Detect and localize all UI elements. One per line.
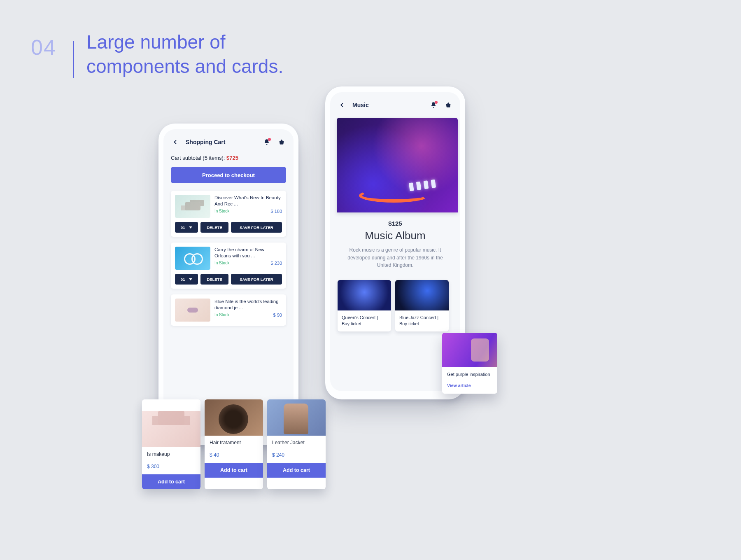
concert-card[interactable]: Queen's Concert | Buy ticket <box>338 280 391 332</box>
add-to-cart-button[interactable]: Add to cart <box>205 463 263 478</box>
section-title-line2: components and cards. <box>86 56 283 77</box>
cart-item-price: $ 90 <box>273 313 282 317</box>
notification-dot <box>435 101 438 104</box>
cart-item-thumb <box>175 195 210 218</box>
product-title: Leather Jacket <box>272 440 321 446</box>
music-price: $125 <box>338 220 453 227</box>
bell-icon[interactable] <box>429 100 438 110</box>
product-title: Hair tratament <box>210 440 258 446</box>
inspiration-thumb <box>442 333 497 367</box>
save-for-later-button[interactable]: SAVE FOR LATER <box>231 274 282 285</box>
cart-subtotal-text: Cart subtotal (5 items): <box>171 155 226 161</box>
cart-item-title: Blue Nile is the world's leading diamond… <box>214 299 282 311</box>
inspiration-link[interactable]: View article <box>447 383 492 388</box>
cart-subtotal: Cart subtotal (5 items): $725 <box>171 155 286 161</box>
cart-topbar: Shopping Cart <box>171 138 286 147</box>
cart-item-title: Carry the charm of New Orleans with you … <box>214 247 282 259</box>
delete-button[interactable]: DELETE <box>200 274 228 285</box>
phone-cart-screen: Shopping Cart Cart subtotal (5 items): $… <box>163 129 294 436</box>
back-icon[interactable] <box>338 100 347 110</box>
product-title: Is makeup <box>147 451 196 457</box>
concert-label: Blue Jazz Concert | Buy ticket <box>395 310 449 332</box>
back-icon[interactable] <box>171 138 180 147</box>
music-topbar: Music <box>338 100 453 110</box>
cart-header-title: Shopping Cart <box>186 139 225 145</box>
concert-thumb <box>395 280 449 310</box>
cart-item-stock: In Stock <box>214 261 229 266</box>
cart-item-price: $ 230 <box>270 261 282 266</box>
music-header-title: Music <box>352 102 369 108</box>
product-thumb <box>142 411 200 447</box>
product-price: $ 40 <box>210 452 258 458</box>
cart-item: Carry the charm of New Orleans with you … <box>171 243 286 289</box>
add-to-cart-button[interactable]: Add to cart <box>142 474 200 489</box>
phone-music-screen: Music $125 Music Album Rock music is a g… <box>330 92 460 391</box>
music-title: Music Album <box>338 229 453 242</box>
concert-row: Queen's Concert | Buy ticket Blue Jazz C… <box>338 280 453 332</box>
product-price: $ 240 <box>272 452 321 458</box>
basket-icon[interactable] <box>277 138 286 147</box>
qty-select[interactable]: 01 <box>175 274 198 285</box>
product-thumb <box>205 399 263 436</box>
cart-item-stock: In Stock <box>214 209 229 214</box>
music-description: Rock music is a genre of popular music. … <box>343 246 448 269</box>
cart-item-stock: In Stock <box>214 313 229 317</box>
cart-item: Blue Nile is the world's leading diamond… <box>171 294 286 326</box>
cart-item-price: $ 180 <box>270 209 282 214</box>
checkout-button[interactable]: Proceed to checkout <box>171 167 286 183</box>
section-rule <box>73 41 74 78</box>
product-card[interactable]: Leather Jacket $ 240 Add to cart <box>267 399 326 489</box>
inspiration-card[interactable]: Get purple inspiration View article <box>442 333 497 394</box>
section-title-line1: Large number of <box>86 31 226 53</box>
cart-item-thumb <box>175 247 210 270</box>
add-to-cart-button[interactable]: Add to cart <box>267 463 326 478</box>
music-hero-image <box>337 118 458 212</box>
product-row: Is makeup $ 300 Add to cart Hair tratame… <box>142 399 326 489</box>
product-card[interactable]: Hair tratament $ 40 Add to cart <box>205 399 263 489</box>
cart-item: Discover What's New In Beauty And Rec ..… <box>171 191 286 237</box>
concert-card[interactable]: Blue Jazz Concert | Buy ticket <box>395 280 449 332</box>
phone-cart: Shopping Cart Cart subtotal (5 items): $… <box>158 124 298 445</box>
bell-icon[interactable] <box>262 138 271 147</box>
qty-select[interactable]: 01 <box>175 222 198 233</box>
notification-dot <box>268 138 271 141</box>
section-number: 04 <box>31 35 56 60</box>
concert-thumb <box>338 280 391 310</box>
product-thumb <box>267 399 326 436</box>
product-card[interactable]: Is makeup $ 300 Add to cart <box>142 399 200 489</box>
save-for-later-button[interactable]: SAVE FOR LATER <box>231 222 282 233</box>
delete-button[interactable]: DELETE <box>200 222 228 233</box>
concert-label: Queen's Concert | Buy ticket <box>338 310 391 332</box>
product-price: $ 300 <box>147 464 196 469</box>
section-title: Large number of components and cards. <box>86 30 283 79</box>
cart-subtotal-amount: $725 <box>226 155 238 161</box>
cart-item-thumb <box>175 299 210 322</box>
inspiration-title: Get purple inspiration <box>447 371 492 377</box>
basket-icon[interactable] <box>444 100 453 110</box>
cart-item-title: Discover What's New In Beauty And Rec ..… <box>214 195 282 207</box>
